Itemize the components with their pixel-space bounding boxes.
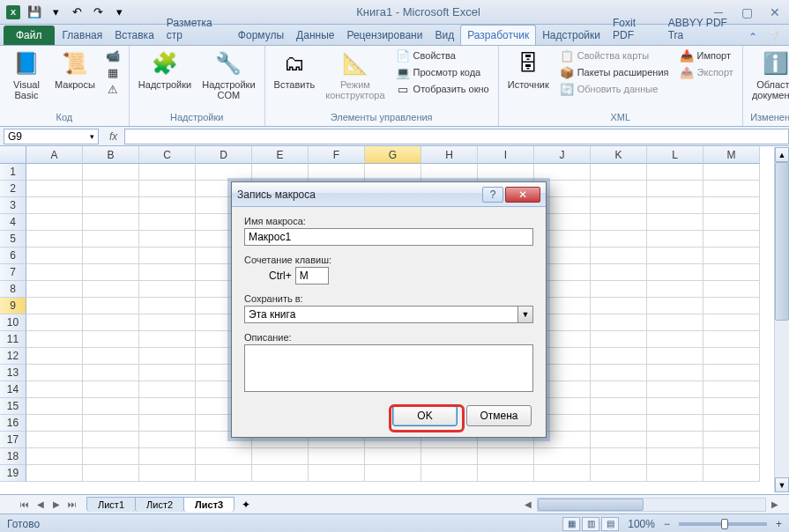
row-header[interactable]: 15 bbox=[0, 398, 26, 415]
cell[interactable] bbox=[309, 164, 365, 181]
cell[interactable] bbox=[26, 197, 83, 214]
scroll-down-button[interactable]: ▼ bbox=[775, 477, 789, 492]
cell[interactable] bbox=[591, 432, 647, 448]
cell[interactable] bbox=[83, 197, 139, 214]
row-header[interactable]: 5 bbox=[0, 231, 26, 248]
row-header[interactable]: 18 bbox=[0, 448, 26, 465]
column-header[interactable]: E bbox=[252, 146, 309, 164]
cell[interactable] bbox=[83, 248, 139, 264]
cell[interactable] bbox=[26, 348, 83, 365]
view-page-layout-button[interactable]: ▥ bbox=[582, 517, 599, 531]
row-header[interactable]: 16 bbox=[0, 415, 26, 432]
tab-developer[interactable]: Разработчик bbox=[460, 25, 536, 45]
insert-control-button[interactable]: 🗂 Вставить bbox=[271, 48, 319, 92]
cell[interactable] bbox=[703, 264, 760, 281]
sheet-nav-first[interactable]: ⏮ bbox=[18, 498, 32, 512]
save-icon[interactable]: 💾 bbox=[25, 4, 44, 21]
cell[interactable] bbox=[591, 298, 647, 314]
hscroll-thumb[interactable] bbox=[538, 499, 644, 511]
sheet-nav-next[interactable]: ▶ bbox=[49, 498, 63, 512]
cell[interactable] bbox=[83, 264, 139, 281]
cell[interactable] bbox=[647, 298, 703, 314]
cell[interactable] bbox=[83, 465, 139, 482]
row-header[interactable]: 6 bbox=[0, 248, 26, 264]
tab-insert[interactable]: Вставка bbox=[108, 26, 160, 45]
tab-view[interactable]: Вид bbox=[428, 26, 460, 45]
cell[interactable] bbox=[591, 314, 647, 331]
properties-button[interactable]: 📄Свойства bbox=[392, 48, 493, 63]
tab-foxit-pdf[interactable]: Foxit PDF bbox=[607, 13, 662, 45]
zoom-thumb[interactable] bbox=[721, 519, 728, 529]
zoom-level[interactable]: 100% bbox=[628, 518, 655, 530]
macro-security-button[interactable]: ⚠ bbox=[102, 81, 123, 97]
cell[interactable] bbox=[647, 164, 703, 181]
cell[interactable] bbox=[647, 197, 703, 214]
ok-button[interactable]: OK bbox=[392, 405, 458, 426]
column-header[interactable]: H bbox=[421, 146, 478, 164]
shortcut-input[interactable] bbox=[295, 267, 329, 284]
minimize-ribbon-icon[interactable]: ⌃ bbox=[745, 29, 761, 45]
tab-abbyy-pdf[interactable]: ABBYY PDF Tra bbox=[662, 13, 745, 45]
cell[interactable] bbox=[647, 331, 703, 348]
row-header[interactable]: 12 bbox=[0, 348, 26, 365]
scroll-up-button[interactable]: ▲ bbox=[775, 147, 789, 162]
cell[interactable] bbox=[252, 448, 309, 465]
cell[interactable] bbox=[26, 314, 83, 331]
cell[interactable] bbox=[83, 432, 139, 448]
combo-dropdown-icon[interactable]: ▼ bbox=[517, 307, 532, 322]
cell[interactable] bbox=[83, 181, 139, 197]
cell[interactable] bbox=[26, 281, 83, 298]
tab-formulas[interactable]: Формулы bbox=[232, 26, 290, 45]
zoom-slider[interactable] bbox=[679, 522, 767, 526]
cell[interactable] bbox=[703, 164, 760, 181]
row-header[interactable]: 4 bbox=[0, 214, 26, 231]
cell[interactable] bbox=[196, 448, 252, 465]
cell[interactable] bbox=[139, 264, 196, 281]
cell[interactable] bbox=[26, 465, 83, 482]
cell[interactable] bbox=[26, 164, 83, 181]
cell[interactable] bbox=[647, 365, 703, 381]
help-icon[interactable]: ❔ bbox=[766, 29, 782, 45]
cell[interactable] bbox=[703, 465, 760, 482]
macros-button[interactable]: 📜 Макросы bbox=[51, 48, 99, 92]
zoom-out-button[interactable]: − bbox=[664, 518, 670, 530]
cell[interactable] bbox=[26, 298, 83, 314]
relative-references-button[interactable]: ▦ bbox=[102, 64, 123, 80]
cell[interactable] bbox=[83, 415, 139, 432]
cell[interactable] bbox=[139, 348, 196, 365]
cell[interactable] bbox=[139, 214, 196, 231]
horizontal-scrollbar[interactable] bbox=[537, 498, 766, 512]
cell[interactable] bbox=[591, 381, 647, 398]
vertical-scrollbar[interactable]: ▲ ▼ bbox=[774, 147, 789, 492]
cell[interactable] bbox=[26, 415, 83, 432]
cell[interactable] bbox=[83, 448, 139, 465]
column-header[interactable]: J bbox=[534, 146, 591, 164]
cell[interactable] bbox=[26, 448, 83, 465]
cell[interactable] bbox=[365, 164, 421, 181]
sheet-nav-prev[interactable]: ◀ bbox=[33, 498, 48, 512]
design-mode-button[interactable]: 📐 Режимконструктора bbox=[322, 48, 388, 102]
file-tab[interactable]: Файл bbox=[4, 26, 55, 45]
xml-export-button[interactable]: 📤Экспорт bbox=[676, 64, 737, 80]
column-header[interactable]: B bbox=[83, 146, 139, 164]
cell[interactable] bbox=[196, 465, 252, 482]
cell[interactable] bbox=[26, 248, 83, 264]
cell[interactable] bbox=[703, 181, 760, 197]
cell[interactable] bbox=[647, 264, 703, 281]
cell[interactable] bbox=[703, 381, 760, 398]
cell[interactable] bbox=[139, 314, 196, 331]
cell[interactable] bbox=[703, 231, 760, 248]
cell[interactable] bbox=[647, 231, 703, 248]
description-input[interactable] bbox=[244, 344, 533, 392]
cell[interactable] bbox=[591, 248, 647, 264]
undo-icon[interactable]: ↶ bbox=[67, 4, 86, 21]
row-header[interactable]: 1 bbox=[0, 164, 26, 181]
row-header[interactable]: 14 bbox=[0, 381, 26, 398]
cell[interactable] bbox=[591, 331, 647, 348]
cell[interactable] bbox=[534, 465, 591, 482]
cell[interactable] bbox=[703, 281, 760, 298]
cell[interactable] bbox=[83, 281, 139, 298]
cell[interactable] bbox=[83, 231, 139, 248]
cell[interactable] bbox=[591, 348, 647, 365]
redo-icon[interactable]: ↷ bbox=[88, 4, 108, 21]
